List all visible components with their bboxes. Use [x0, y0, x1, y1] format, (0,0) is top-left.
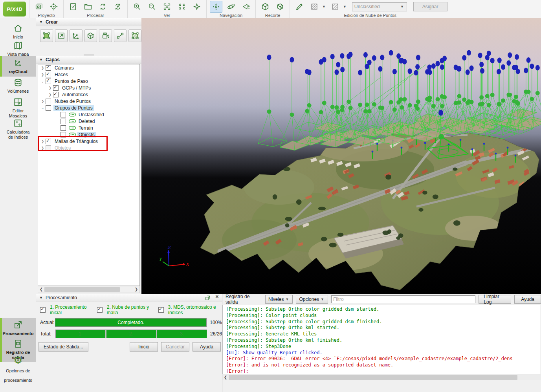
chevron-right-icon[interactable]: ❯ [40, 99, 46, 103]
tree-item-objects[interactable]: Objects [38, 131, 139, 138]
tree-item-label[interactable]: Nubes de Puntos [53, 99, 92, 104]
detach-panel-icon[interactable] [205, 295, 211, 301]
photos-icon[interactable] [33, 1, 45, 13]
look-around-icon[interactable] [240, 1, 252, 13]
tree-item-label[interactable]: Terrain [77, 125, 94, 131]
log-help-button[interactable]: Ayuda [514, 295, 541, 304]
reprocess-icon[interactable] [97, 1, 109, 13]
zoom-in-icon[interactable] [131, 1, 143, 13]
processing-panel-header[interactable]: ▼ Procesamiento ✕ [36, 294, 222, 302]
tree-item-label[interactable]: Puntos de Paso [53, 79, 89, 84]
sidebar-item-vol-menes[interactable]: Volúmenes [0, 75, 36, 96]
clear-log-button[interactable]: Limpiar Log [479, 295, 511, 304]
log-hscrollbar[interactable]: ❮ [222, 374, 541, 380]
help-button[interactable]: Ayuda [193, 342, 221, 352]
sidebar-item-raycloud[interactable]: rayCloud [0, 56, 36, 77]
target-icon[interactable] [48, 1, 60, 13]
layers-tree-hscrollbar[interactable]: ❮ ❯ [38, 286, 140, 293]
tree-item-checkbox[interactable] [46, 99, 51, 104]
tree-item-checkbox[interactable] [53, 85, 59, 91]
chevron-right-icon[interactable]: ❯ [40, 73, 46, 77]
scrollbar-thumb[interactable] [44, 287, 120, 292]
chevron-right-icon[interactable]: ❯ [40, 146, 46, 150]
tree-item-checkbox[interactable] [46, 72, 51, 77]
scroll-left-icon[interactable]: ❮ [38, 287, 44, 292]
video-animation-icon[interactable] [99, 29, 112, 42]
tree-item-label[interactable]: Objects [77, 132, 96, 137]
zoom-fit-icon[interactable] [161, 1, 173, 13]
edit-densified-icon[interactable] [293, 1, 306, 13]
step-checkbox[interactable] [40, 307, 46, 313]
chevron-right-icon[interactable]: ❯ [47, 86, 53, 90]
tree-item-terrain[interactable]: Terrain [38, 125, 139, 131]
scrollbar-thumb[interactable] [229, 375, 517, 380]
layers-section-header[interactable]: ▼ Capas [36, 56, 141, 64]
options-dropdown[interactable]: Opciones▼ [296, 295, 328, 304]
tree-item-checkbox[interactable] [46, 79, 51, 84]
output-status-button[interactable]: Estado de Salida... [39, 342, 88, 352]
sidebar-item-procesamiento[interactable]: Procesamiento [0, 318, 36, 338]
reprocess-add-icon[interactable] [112, 1, 124, 13]
polyline-3d-icon[interactable] [70, 29, 83, 42]
selection-rect-icon[interactable] [308, 1, 321, 13]
zoom-out-icon[interactable] [146, 1, 158, 13]
step-checkbox[interactable] [97, 307, 103, 313]
tree-item-unclassified[interactable]: Unclassified [38, 111, 139, 118]
tree-item-grupos-de-puntos[interactable]: ⌄Grupos de Puntos [38, 104, 139, 111]
tree-item-gcps-mtps[interactable]: ❯GCPs / MTPs [38, 84, 139, 91]
tree-item-puntos-de-paso[interactable]: ⌄Puntos de Paso [38, 78, 139, 84]
tree-item-mallas-de-tri-ngulos[interactable]: ❯Mallas de Triángulos [38, 138, 139, 145]
sidebar-item-calculadora-de-ndices[interactable]: Calculadorade índices [0, 116, 36, 142]
tree-item-checkbox[interactable] [46, 105, 51, 111]
chevron-down-icon[interactable]: ⌄ [40, 106, 46, 110]
volume-icon[interactable] [84, 29, 97, 42]
app-logo[interactable]: PIX4D [0, 0, 29, 18]
chevron-right-icon[interactable]: ❯ [47, 93, 53, 97]
flight-view-icon[interactable] [191, 1, 203, 13]
chevron-right-icon[interactable]: ❯ [40, 66, 46, 70]
scroll-left-icon[interactable]: ❮ [222, 375, 229, 380]
tree-item-checkbox[interactable] [46, 65, 51, 71]
scale-constraint-icon[interactable] [114, 29, 127, 42]
tree-item-label[interactable]: Grupos de Puntos [53, 105, 94, 111]
tree-item-label[interactable]: Deleted [77, 119, 96, 124]
tree-item-c-maras[interactable]: ❯Cámaras [38, 64, 139, 71]
clip-edit-icon[interactable] [274, 1, 286, 13]
zoom-center-icon[interactable] [176, 1, 188, 13]
tree-item-nubes-de-puntos[interactable]: ❯Nubes de Puntos [38, 98, 139, 104]
tree-item-label[interactable]: Haces [53, 72, 69, 77]
tree-item-haces[interactable]: ❯Haces [38, 71, 139, 78]
surface-icon[interactable] [40, 29, 53, 42]
tree-item-checkbox[interactable] [46, 139, 51, 144]
chevron-right-icon[interactable]: ❯ [40, 139, 46, 143]
orbit-icon[interactable] [225, 1, 237, 13]
close-panel-icon[interactable]: ✕ [215, 294, 219, 299]
tree-item-objetos[interactable]: ❯Objetos [38, 145, 139, 151]
assign-button[interactable]: Asignar [413, 2, 447, 11]
tree-item-checkbox[interactable] [61, 112, 66, 117]
cancel-button[interactable]: Cancelar [161, 342, 189, 352]
start-button[interactable]: Inicio [130, 342, 158, 352]
tree-item-label[interactable]: Objetos [53, 145, 72, 151]
tree-item-label[interactable]: Cámaras [53, 65, 75, 71]
tree-item-checkbox[interactable] [53, 92, 59, 97]
sidebar-item-opciones-de-procesamiento[interactable]: ⚙Opciones deprocesamiento [0, 354, 36, 387]
tree-item-label[interactable]: Unclassified [77, 112, 105, 117]
plane-icon[interactable] [55, 29, 68, 42]
open-project-icon[interactable] [82, 1, 94, 13]
filter-input[interactable] [331, 295, 475, 303]
selection-clear-icon[interactable] [329, 1, 341, 13]
tree-item-label[interactable]: Automaticos [61, 92, 89, 97]
chevron-down-icon[interactable]: ▼ [322, 5, 326, 9]
levels-dropdown[interactable]: Niveles▼ [265, 295, 293, 304]
region-icon[interactable] [128, 29, 141, 42]
tree-item-label[interactable]: Mallas de Triángulos [53, 139, 99, 144]
tree-item-checkbox[interactable] [46, 145, 51, 151]
step-checkbox[interactable] [158, 307, 164, 313]
tree-item-checkbox[interactable] [61, 132, 66, 137]
chevron-down-icon[interactable]: ▼ [343, 5, 347, 9]
tree-item-deleted[interactable]: Deleted [38, 118, 139, 125]
log-output[interactable]: [Processing]: Substep Ortho color gridde… [222, 305, 541, 376]
class-select-dropdown[interactable]: Unclassified▼ [352, 2, 407, 11]
tree-item-label[interactable]: GCPs / MTPs [61, 85, 92, 91]
